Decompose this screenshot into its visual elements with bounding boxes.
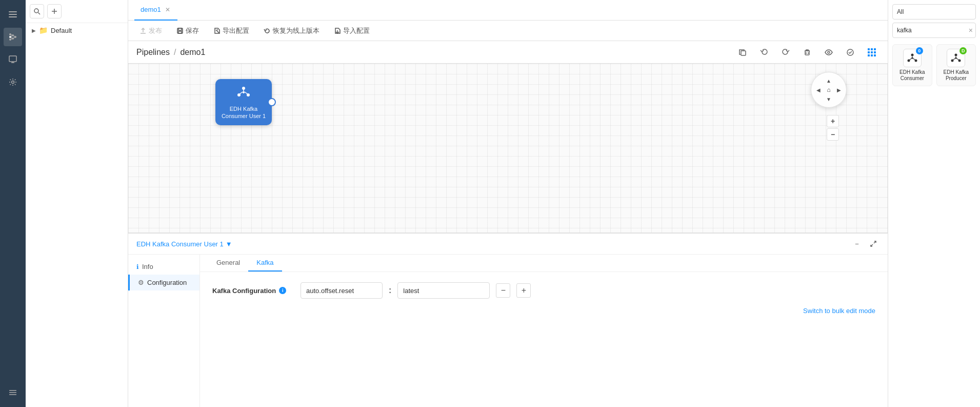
undo-button[interactable] [756, 45, 772, 60]
export-label: 导出配置 [223, 26, 249, 35]
redo-button[interactable] [778, 45, 793, 60]
preview-button[interactable] [821, 45, 836, 60]
kafka-config-info-icon[interactable]: i [279, 287, 286, 294]
nav-tree-default[interactable]: ▶ 📁 Default [26, 23, 128, 37]
svg-rect-1 [9, 14, 17, 15]
svg-point-8 [14, 36, 16, 38]
sidebar-icon-monitor[interactable] [4, 50, 22, 69]
svg-rect-29 [178, 28, 182, 30]
nav-up-button[interactable]: ▲ [824, 76, 833, 85]
kafka-value-input[interactable] [397, 282, 490, 299]
producer-label: EDH KafkaProducer [944, 69, 969, 82]
svg-rect-20 [9, 392, 16, 393]
nav-panel: ▶ 📁 Default [26, 0, 128, 407]
panel-controls: − [851, 238, 879, 250]
svg-line-11 [11, 37, 12, 38]
config-content: Kafka Configuration i : − [200, 272, 888, 407]
save-label: 保存 [186, 26, 199, 35]
tab-kafka[interactable]: Kafka [248, 255, 282, 272]
import-label: 导入配置 [343, 26, 370, 35]
svg-rect-45 [874, 51, 876, 53]
bulk-edit-row: Switch to bulk edit mode [212, 307, 875, 315]
kafka-key-input[interactable] [301, 282, 383, 299]
panel-title-dropdown-icon: ▼ [226, 240, 232, 248]
svg-rect-30 [178, 31, 182, 33]
svg-point-49 [242, 87, 245, 90]
svg-rect-35 [805, 51, 809, 55]
toolbar: 发布 保存 导出配置 恢复为线上版本 [128, 21, 888, 41]
svg-line-12 [11, 38, 12, 40]
node-label: EDH KafkaConsumer User 1 [222, 105, 266, 120]
node-output-port[interactable] [268, 98, 276, 106]
nav-home-button[interactable]: ⌂ [824, 85, 833, 94]
sidebar-icon-menu[interactable] [4, 5, 22, 24]
sidebar-icon-settings[interactable] [4, 73, 22, 91]
nav-search-button[interactable] [30, 4, 44, 18]
tab-close-icon[interactable]: ✕ [164, 5, 171, 14]
bottom-panel-header: EDH Kafka Consumer User 1 ▼ − [128, 234, 888, 255]
nav-control-mid-row: ◀ ⌂ ▶ [814, 85, 844, 94]
nav-right-button[interactable]: ▶ [834, 85, 844, 94]
breadcrumb: Pipelines / demo1 [136, 48, 205, 57]
component-item-edh-kafka-producer[interactable]: D EDH KafkaProducer [936, 44, 976, 86]
bottom-left-nav: ℹ Info ⚙ Configuration [128, 255, 200, 407]
export-button[interactable]: 导出配置 [210, 24, 252, 37]
nav-tree-folder-icon: 📁 [39, 26, 48, 34]
nav-down-button[interactable]: ▼ [824, 94, 833, 104]
component-search-input[interactable] [892, 23, 976, 38]
zoom-out-button[interactable]: − [827, 128, 839, 141]
component-item-edh-kafka-consumer[interactable]: 0 EDH KafkaConsumer [892, 44, 932, 86]
svg-point-7 [12, 37, 14, 40]
panel-minimize-button[interactable]: − [851, 238, 863, 250]
bottom-panel-body: ℹ Info ⚙ Configuration General [128, 255, 888, 407]
add-config-button[interactable]: + [516, 283, 531, 298]
canvas-wrapper: EDH KafkaConsumer User 1 ▲ ◀ ⌂ ▶ ▼ + [128, 64, 888, 407]
config-nav-icon: ⚙ [138, 279, 144, 286]
nav-control: ▲ ◀ ⌂ ▶ ▼ [811, 72, 847, 108]
restore-button[interactable]: 恢复为线上版本 [261, 24, 323, 37]
tab-general[interactable]: General [208, 255, 248, 272]
svg-rect-15 [9, 56, 16, 62]
svg-rect-21 [9, 394, 16, 395]
nav-item-info[interactable]: ℹ Info [128, 259, 199, 275]
svg-rect-2 [9, 16, 17, 17]
search-clear-icon[interactable]: × [969, 26, 973, 34]
zoom-in-button[interactable]: + [827, 115, 839, 127]
edh-kafka-node[interactable]: EDH KafkaConsumer User 1 [215, 79, 272, 125]
bottom-tabs: General Kafka [200, 255, 888, 272]
svg-point-22 [34, 9, 38, 13]
info-nav-icon: ℹ [136, 263, 139, 270]
svg-rect-0 [9, 11, 17, 12]
nav-item-configuration[interactable]: ⚙ Configuration [128, 275, 199, 290]
tab-demo1[interactable]: demo1 ✕ [134, 0, 177, 21]
import-button[interactable]: 导入配置 [331, 24, 373, 37]
component-icon-producer: D [947, 49, 965, 67]
sidebar-icon-pipeline[interactable] [4, 28, 22, 46]
sidebar-icon-list[interactable] [4, 383, 22, 402]
nav-control-down-row: ▼ [824, 94, 833, 104]
canvas-area[interactable]: EDH KafkaConsumer User 1 ▲ ◀ ⌂ ▶ ▼ + [128, 64, 888, 232]
nav-add-button[interactable] [47, 4, 62, 18]
consumer-label: EDH KafkaConsumer [899, 69, 925, 82]
delete-button[interactable] [799, 45, 815, 60]
svg-line-55 [245, 92, 248, 94]
svg-point-65 [955, 54, 957, 56]
panel-maximize-button[interactable] [867, 238, 879, 250]
save-button[interactable]: 保存 [173, 24, 202, 37]
component-category-dropdown[interactable]: All [892, 4, 976, 20]
remove-config-button[interactable]: − [496, 283, 510, 298]
kafka-config-label: Kafka Configuration i [212, 287, 294, 295]
nav-left-button[interactable]: ◀ [814, 85, 823, 94]
svg-line-9 [11, 34, 12, 35]
grid-view-button[interactable] [864, 45, 879, 60]
svg-rect-34 [741, 51, 746, 55]
svg-line-54 [240, 92, 243, 94]
svg-line-70 [953, 59, 955, 60]
bulk-edit-link[interactable]: Switch to bulk edit mode [803, 307, 875, 315]
svg-line-32 [216, 30, 219, 33]
publish-button[interactable]: 发布 [136, 24, 165, 37]
validate-button[interactable] [843, 45, 858, 60]
panel-title[interactable]: EDH Kafka Consumer User 1 ▼ [136, 240, 232, 248]
producer-badge: D [959, 47, 967, 54]
copy-button[interactable] [735, 45, 750, 60]
